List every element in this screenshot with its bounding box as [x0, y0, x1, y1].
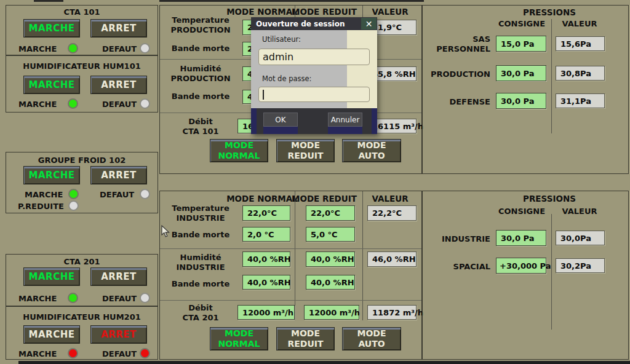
cta201-setpoints-panel: MODE NORMAL MODE REDUIT VALEUR Temperatu… [159, 191, 422, 360]
process-value: 22,2°C [367, 205, 417, 221]
hum201-marche-button[interactable]: MARCHE [23, 325, 80, 344]
bar-edge [372, 108, 377, 134]
dialog-titlebar[interactable]: Ouverture de session ✕ [251, 17, 377, 30]
defaut-status-label: DEFAUT [102, 44, 137, 53]
pression-row-label: PRODUCTION [423, 69, 490, 79]
mode-reduit-button[interactable]: MODEREDUIT [276, 139, 335, 162]
col-header-mode-reduit: MODE REDUIT [292, 7, 357, 17]
setpoint-normal[interactable]: 12000 m³/h [237, 305, 295, 320]
defaut-status-label: DEFAUT [102, 349, 137, 358]
hum101-marche-button[interactable]: MARCHE [23, 76, 80, 94]
cta201-marche-button[interactable]: MARCHE [23, 267, 80, 286]
setpoint-normal[interactable]: 2,0 °C [242, 227, 290, 242]
setpoint-reduit[interactable]: 12000 m³/h [304, 305, 359, 320]
panel-title: GROUPE FROID 102 [6, 156, 158, 165]
column-separator [551, 19, 552, 133]
row-label: HumiditéINDUSTRIE [161, 253, 240, 272]
pression-consigne[interactable]: +30,000 Pa [496, 258, 546, 274]
ok-button[interactable]: OK [263, 113, 298, 127]
pression-valeur: 30,8Pa [556, 66, 605, 81]
defaut-led [140, 189, 150, 199]
mode-reduit-button[interactable]: MODEREDUIT [276, 327, 335, 350]
pression-valeur: 30,2Pa [556, 258, 605, 273]
mode-auto-button[interactable]: MODEAUTO [342, 139, 401, 162]
dialog-title: Ouverture de session [256, 20, 345, 28]
marche-led [68, 348, 78, 358]
mode-normal-button[interactable]: MODENORMAL [210, 327, 268, 350]
username-input[interactable]: admin [258, 49, 370, 65]
mouse-cursor [161, 225, 170, 240]
mode-normal-button[interactable]: MODENORMAL [210, 139, 268, 162]
pression-consigne[interactable]: 30,0 Pa [496, 93, 546, 109]
text-caret [263, 90, 264, 100]
row-label: Bande morte [161, 44, 240, 53]
cta201-arret-button[interactable]: ARRET [90, 267, 147, 286]
cta101-marche-button[interactable]: MARCHE [23, 19, 80, 38]
row-label: DébitCTA 201 [161, 303, 240, 322]
col-header-valeur: VALEUR [372, 7, 408, 17]
pression-row-label: SASPERSONNEL [423, 34, 490, 53]
pression-consigne[interactable]: 30,0 Pa [496, 230, 546, 246]
panel-title: CTA 201 [6, 257, 158, 266]
marche-status-label: MARCHE [18, 349, 57, 358]
pression-consigne[interactable]: 15,0 Pa [496, 36, 546, 52]
pression-consigne[interactable]: 30,0 Pa [496, 65, 546, 81]
marche-status-label: MARCHE [18, 100, 57, 109]
hum201-panel: HUMIDIFICATEUR HUM201 MARCHE ARRET MARCH… [6, 306, 158, 360]
column-separator [295, 191, 295, 320]
row-label: TemperaturePRODUCTION [161, 15, 240, 34]
dialog-body: Utilisateur: admin Mot de passe: [251, 30, 377, 108]
marche-led [68, 189, 79, 199]
panel-title: PRESSIONS [523, 7, 576, 17]
setpoint-reduit[interactable]: 22,0°C [306, 205, 355, 221]
setpoint-normal[interactable]: 40,0 %RH [242, 275, 290, 290]
defaut-led [140, 348, 150, 358]
marche-status-label: MARCHE [18, 44, 57, 53]
dialog-buttonbar: OK Annuler [251, 108, 377, 134]
marche-led [68, 43, 78, 53]
setpoint-normal[interactable]: 22,0°C [242, 205, 290, 221]
row-label: HumiditéPRODUCTION [161, 64, 240, 83]
password-input[interactable] [258, 87, 370, 102]
password-label: Mot de passe: [262, 74, 311, 83]
hum101-arret-button[interactable]: ARRET [90, 76, 147, 94]
col-header-mode-reduit: MODE REDUIT [292, 194, 357, 204]
ok-button-shadow [263, 127, 298, 134]
top-edge-line [34, 0, 63, 2]
bottom-edge-bar [18, 361, 630, 364]
defaut-led [140, 98, 150, 109]
row-label: Bande morte [161, 279, 240, 289]
cancel-button[interactable]: Annuler [328, 113, 362, 127]
row-separator [160, 300, 421, 301]
close-icon[interactable]: ✕ [361, 18, 377, 30]
pression-row-label: DEFENSE [423, 97, 490, 107]
bar-edge [251, 108, 257, 134]
col-header-consigne: CONSIGNE [498, 19, 545, 28]
panel-title: PRESSIONS [523, 194, 576, 204]
setpoint-reduit[interactable]: 5,0 °C [306, 227, 355, 242]
panel-title: CTA 101 [6, 7, 158, 17]
setpoint-normal[interactable]: 40,0 %RH [242, 251, 290, 267]
cta101-panel: CTA 101 MARCHE ARRET MARCHE DEFAUT [6, 5, 158, 55]
defaut-status-label: DEFAUT [100, 190, 134, 199]
gf102-arret-button[interactable]: ARRET [90, 166, 147, 184]
gf102-marche-button[interactable]: MARCHE [23, 166, 80, 184]
marche-status-label: MARCHE [25, 190, 63, 199]
cta101-arret-button[interactable]: ARRET [90, 19, 147, 38]
col-header-consigne: CONSIGNE [498, 207, 545, 216]
pression-valeur: 30,0Pa [556, 231, 605, 245]
setpoint-reduit[interactable]: 40,0 %RH [306, 251, 355, 267]
col-header-valeur: VALEUR [372, 194, 408, 204]
pression-row-label: SPACIAL [423, 262, 490, 272]
row-label: DébitCTA 101 [161, 117, 240, 136]
pression-valeur: 15,6Pa [556, 36, 605, 51]
defaut-led [140, 293, 150, 303]
hum201-arret-button[interactable]: ARRET [90, 325, 147, 344]
panel-title: HUMIDIFICATEUR HUM101 [6, 61, 158, 71]
pressions-bottom-panel: PRESSIONS CONSIGNE VALEUR INDUSTRIE 30,0… [422, 191, 629, 360]
top-edge-line [159, 0, 424, 2]
preduite-status-label: P.REDUITE [18, 202, 64, 211]
mode-auto-button[interactable]: MODEAUTO [342, 327, 401, 350]
defaut-status-label: DEFAUT [102, 100, 137, 109]
setpoint-reduit[interactable]: 40,0 %RH [306, 275, 355, 290]
